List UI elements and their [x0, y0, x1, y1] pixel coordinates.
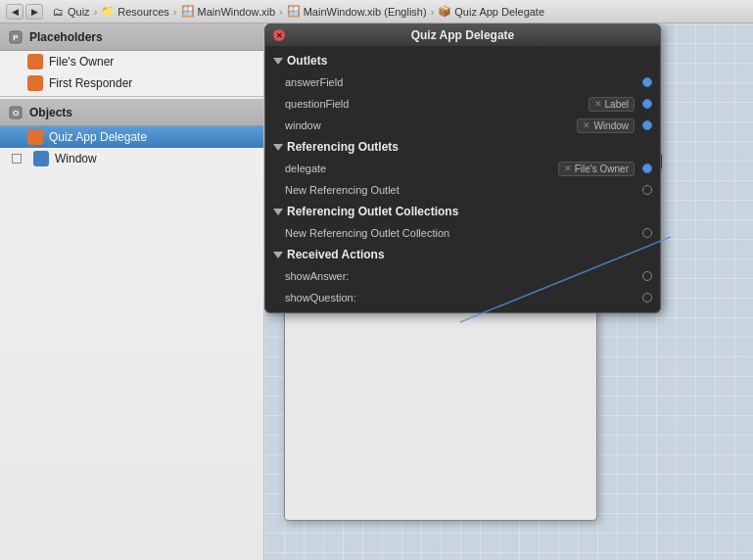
window-icon [33, 151, 49, 166]
breadcrumb: 🗂 Quiz › 📁 Resources › 🪟 MainWindow.xib … [51, 5, 544, 19]
delegate-close-button[interactable]: ✕ [273, 29, 285, 41]
questionfield-dot[interactable] [642, 99, 652, 109]
breadcrumb-mainwindow-english[interactable]: 🪟 MainWindow.xib (English) [287, 5, 427, 19]
window-checkbox [12, 154, 22, 163]
main-layout: P Placeholders File's Owner First Respon… [0, 23, 753, 560]
first-responder-icon [27, 75, 43, 91]
window-chip: ✕ Window [577, 118, 635, 133]
outlets-triangle [273, 58, 283, 65]
show-question-dot[interactable] [642, 293, 652, 303]
ref-outlets-section-header: Referencing Outlets [265, 136, 660, 158]
breadcrumb-delegate[interactable]: 📦 Quiz App Delegate [438, 5, 544, 19]
answerfield-dot[interactable] [642, 77, 652, 87]
show-answer-dot[interactable] [642, 271, 652, 281]
ref-collection-new[interactable]: New Referencing Outlet Collection [265, 222, 660, 244]
new-ref-collection-dot[interactable] [642, 228, 652, 238]
objects-header: O Objects [0, 99, 263, 126]
placeholders-title: Placeholders [29, 30, 103, 44]
xib-icon: 🪟 [181, 5, 195, 19]
delegate-titlebar: ✕ Quiz App Delegate [265, 24, 660, 46]
delegate-panel: ✕ Quiz App Delegate Outlets answerField … [264, 23, 661, 313]
new-ref-outlet-dot[interactable] [642, 185, 652, 195]
delegate-body: Outlets answerField questionField ✕ Labe… [265, 46, 660, 312]
action-show-answer[interactable]: showAnswer: [265, 265, 660, 287]
breadcrumb-quiz[interactable]: 🗂 Quiz [51, 5, 90, 19]
outlet-answerfield[interactable]: answerField [265, 71, 660, 93]
breadcrumb-mainwindow[interactable]: 🪟 MainWindow.xib [181, 5, 275, 19]
breadcrumb-resources[interactable]: 📁 Resources [101, 5, 169, 19]
delegate-panel-title: Quiz App Delegate [411, 28, 515, 42]
received-actions-section-header: Received Actions [265, 244, 660, 265]
quiz-icon: 🗂 [51, 5, 65, 19]
divider-1 [0, 96, 263, 97]
window-item[interactable]: Window [0, 148, 263, 169]
svg-rect-2 [30, 57, 40, 67]
svg-text:P: P [13, 33, 19, 42]
questionfield-chip: ✕ Label [588, 97, 635, 112]
window-dot[interactable] [642, 120, 652, 130]
first-responder-item[interactable]: First Responder [0, 72, 263, 94]
nav-buttons: ◀ ▶ [6, 4, 43, 20]
delegate-dot[interactable] [642, 163, 652, 173]
files-owner-icon [27, 54, 43, 70]
svg-rect-6 [30, 132, 40, 142]
objects-title: Objects [29, 106, 72, 119]
xib-english-icon: 🪟 [287, 5, 301, 19]
files-owner-item[interactable]: File's Owner [0, 51, 263, 72]
canvas-area: Show Question ??? Label – ??? Show Answe… [264, 23, 753, 560]
outlets-section-header: Outlets [265, 50, 660, 71]
ref-outlet-delegate[interactable]: delegate ✕ File's Owner [265, 158, 660, 179]
svg-text:O: O [13, 109, 19, 117]
ref-outlets-triangle [273, 144, 283, 151]
delegate-icon: 📦 [438, 5, 451, 19]
left-panel: P Placeholders File's Owner First Respon… [0, 23, 264, 560]
quiz-app-delegate-icon [27, 129, 43, 145]
ref-collections-triangle [273, 209, 283, 215]
received-actions-triangle [273, 252, 283, 258]
placeholders-header: P Placeholders [0, 23, 263, 51]
nav-back-button[interactable]: ◀ [6, 4, 24, 20]
action-show-question[interactable]: showQuestion: [265, 287, 660, 308]
delegate-chip: ✕ File's Owner [558, 162, 635, 176]
svg-rect-7 [36, 154, 46, 163]
ref-outlet-new[interactable]: New Referencing Outlet [265, 179, 660, 201]
ref-collections-section-header: Referencing Outlet Collections [265, 201, 660, 222]
objects-icon: O [8, 105, 24, 120]
nav-forward-button[interactable]: ▶ [25, 4, 43, 20]
folder-icon: 📁 [101, 5, 115, 19]
svg-rect-3 [30, 78, 40, 88]
outlet-questionfield[interactable]: questionField ✕ Label [265, 93, 660, 115]
quiz-app-delegate-item[interactable]: Quiz App Delegate [0, 126, 263, 148]
outlet-window[interactable]: window ✕ Window [265, 115, 660, 136]
toolbar: ◀ ▶ 🗂 Quiz › 📁 Resources › 🪟 MainWindow.… [0, 0, 753, 23]
placeholders-icon: P [8, 29, 24, 45]
